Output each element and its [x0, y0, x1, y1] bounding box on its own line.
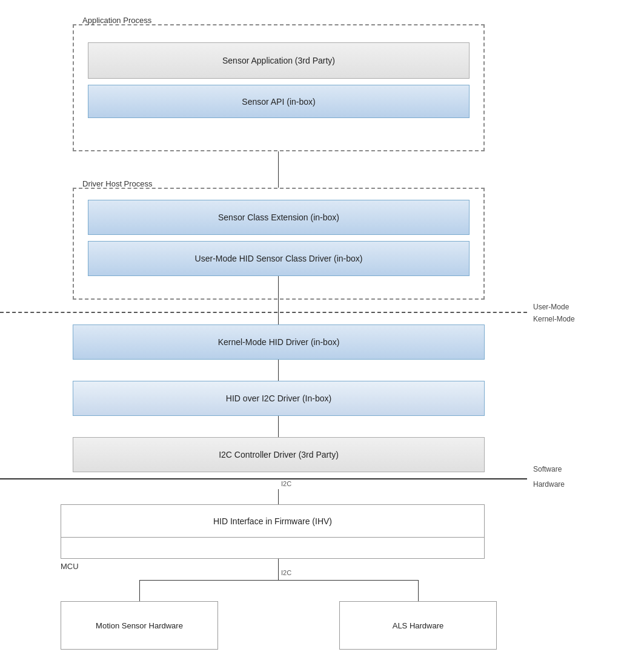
driver-host-label: Driver Host Process	[82, 179, 153, 188]
i2c-branch-line	[139, 580, 418, 581]
connector-hid-i2c-to-controller	[278, 416, 279, 437]
connector-right-branch	[418, 580, 419, 601]
connector-usermode-to-kernel	[278, 276, 279, 324]
sensor-api-box: Sensor API (in-box)	[88, 85, 470, 118]
user-kernel-separator	[0, 312, 527, 313]
connector-i2c-to-firmware	[278, 489, 279, 504]
software-hardware-separator	[0, 478, 527, 479]
hid-i2c-box: HID over I2C Driver (In-box)	[73, 381, 485, 416]
user-mode-label: User-Mode	[533, 303, 569, 311]
als-hardware-label: ALS Hardware	[393, 621, 444, 630]
hardware-label: Hardware	[533, 480, 565, 489]
kernel-mode-label: Kernel-Mode	[533, 315, 575, 323]
als-hardware-box: ALS Hardware	[339, 601, 497, 650]
app-process-label: Application Process	[82, 16, 151, 25]
kernel-hid-box: Kernel-Mode HID Driver (in-box)	[73, 324, 485, 360]
software-label: Software	[533, 465, 562, 473]
sensor-api-label: Sensor API (in-box)	[242, 97, 315, 107]
sensor-app-label: Sensor Application (3rd Party)	[222, 56, 335, 65]
hid-firmware-label: HID Interface in Firmware (IHV)	[213, 516, 332, 526]
sensor-class-ext-box: Sensor Class Extension (in-box)	[88, 200, 470, 235]
connector-left-branch	[139, 580, 140, 601]
i2c-bottom-label: I2C	[281, 569, 291, 576]
sensor-app-box: Sensor Application (3rd Party)	[88, 42, 470, 79]
kernel-hid-label: Kernel-Mode HID Driver (in-box)	[218, 337, 340, 347]
connector-mcu-down	[278, 559, 279, 580]
mcu-label: MCU	[61, 562, 79, 571]
i2c-controller-label: I2C Controller Driver (3rd Party)	[219, 450, 339, 460]
i2c-top-label: I2C	[281, 480, 291, 487]
user-mode-hid-box: User-Mode HID Sensor Class Driver (in-bo…	[88, 241, 470, 276]
diagram-container: Application Process Sensor Application (…	[0, 0, 624, 672]
hid-firmware-box: HID Interface in Firmware (IHV)	[61, 504, 485, 538]
motion-sensor-label: Motion Sensor Hardware	[96, 621, 183, 630]
motion-sensor-box: Motion Sensor Hardware	[61, 601, 218, 650]
connector-kernel-to-hid-i2c	[278, 360, 279, 381]
mcu-blank-box	[61, 538, 485, 559]
user-mode-hid-label: User-Mode HID Sensor Class Driver (in-bo…	[195, 254, 363, 263]
i2c-controller-box: I2C Controller Driver (3rd Party)	[73, 437, 485, 472]
connector-api-to-driver	[278, 151, 279, 188]
hid-i2c-label: HID over I2C Driver (In-box)	[226, 394, 331, 403]
sensor-class-ext-label: Sensor Class Extension (in-box)	[218, 212, 339, 222]
